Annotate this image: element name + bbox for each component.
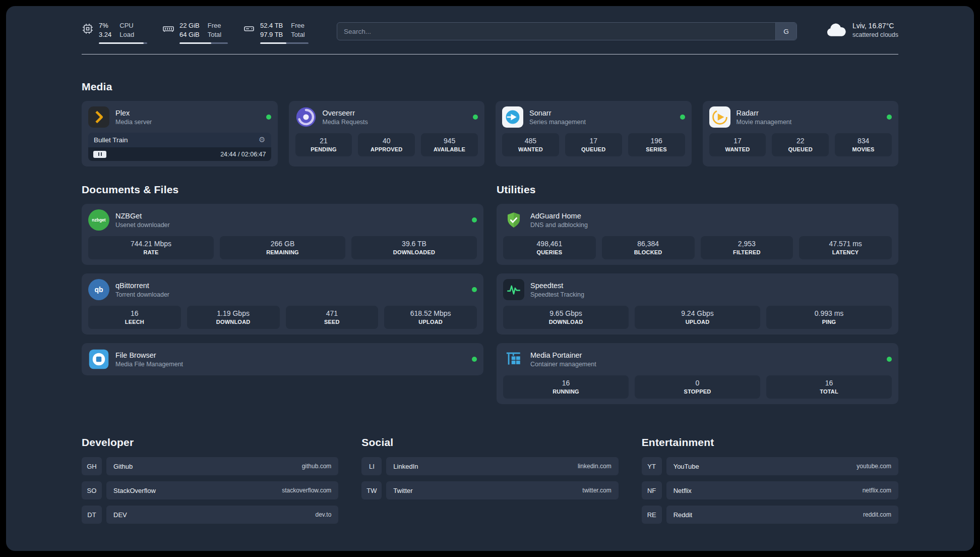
stat-value: 266 GB xyxy=(223,240,342,248)
adguard-icon xyxy=(503,209,524,231)
stat-tile: 9.24 Gbps UPLOAD xyxy=(635,306,760,329)
utilities-section: Utilities AdGuard Home DNS and adblockin… xyxy=(497,184,898,404)
stat-label: SEED xyxy=(289,319,376,325)
stat-value: 17 xyxy=(568,137,619,145)
stat-tile: 22 QUEUED xyxy=(772,133,829,156)
bookmark-youtube[interactable]: YouTube youtube.com xyxy=(666,457,898,475)
stat-tile: 16 TOTAL xyxy=(766,375,892,399)
player-progress-bar[interactable]: 24:44 / 02:06:47 xyxy=(88,147,271,161)
stat-value: 21 xyxy=(298,137,349,145)
overseerr-card[interactable]: Overseerr Media Requests 21 PENDING 40 A… xyxy=(289,101,485,166)
bookmark-stackoverflow[interactable]: StackOverflow stackoverflow.com xyxy=(106,481,338,499)
bookmark-row: DT DEV dev.to xyxy=(82,506,338,524)
stat-label: DOWNLOAD xyxy=(506,319,626,325)
bookmark-github[interactable]: Github github.com xyxy=(106,457,338,475)
bookmark-linkedin[interactable]: LinkedIn linkedin.com xyxy=(386,457,618,475)
qbittorrent-card[interactable]: qb qBittorrent Torrent downloader 16 LEE… xyxy=(82,273,483,335)
app-name: Speedtest xyxy=(530,282,584,290)
stat-value: 196 xyxy=(631,137,682,145)
cpu-metric: 7% 3.24 CPU Load xyxy=(82,21,147,44)
status-dot xyxy=(472,217,477,222)
stat-label: QUERIES xyxy=(506,249,593,255)
bookmark-abbr: NF xyxy=(642,481,662,499)
stat-tile: 498,461 QUERIES xyxy=(503,236,596,259)
bookmark-abbr: LI xyxy=(361,457,382,475)
section-title-documents: Documents & Files xyxy=(82,184,483,196)
bookmark-name: Netflix xyxy=(673,487,692,494)
topbar: 7% 3.24 CPU Load xyxy=(82,21,898,44)
plex-card[interactable]: Plex Media server Bullet Train ⚙ 24:44 /… xyxy=(82,101,278,166)
disk-free-value: 52.4 TB xyxy=(260,21,283,30)
stat-label: FILTERED xyxy=(704,249,790,255)
stat-label: AVAILABLE xyxy=(424,146,475,152)
social-section: Social LI LinkedIn linkedin.com TW Twitt… xyxy=(361,436,618,524)
filebrowser-card[interactable]: File Browser Media File Management xyxy=(82,343,483,375)
plex-player: Bullet Train ⚙ 24:44 / 02:06:47 xyxy=(88,133,271,161)
player-settings-gear-icon[interactable]: ⚙ xyxy=(259,136,265,144)
stat-value: 16 xyxy=(91,309,178,317)
stat-label: WANTED xyxy=(712,146,763,152)
stat-label: DOWNLOADED xyxy=(354,249,474,255)
sonarr-card[interactable]: Sonarr Series management 485 WANTED 17 Q… xyxy=(496,101,692,166)
player-time: 24:44 / 02:06:47 xyxy=(220,151,266,158)
stat-tile: 485 WANTED xyxy=(502,133,559,156)
stat-label: QUEUED xyxy=(775,146,826,152)
cpu-percent: 7% xyxy=(99,21,111,30)
ram-meter xyxy=(179,42,228,44)
bookmark-row: SO StackOverflow stackoverflow.com xyxy=(82,481,338,499)
disk-meter xyxy=(260,42,309,44)
app-desc: Container management xyxy=(530,361,596,368)
bookmark-name: Twitter xyxy=(393,487,412,494)
ram-metric: 22 GiB 64 GiB Free Total xyxy=(162,21,228,44)
nzbget-card[interactable]: nzbget NZBGet Usenet downloader 744.21 M… xyxy=(82,204,483,265)
stat-label: APPROVED xyxy=(361,146,412,152)
bookmark-url: netflix.com xyxy=(863,487,891,494)
weather-location: Lviv, 16.87°C xyxy=(852,21,898,31)
stat-tile: 9.65 Gbps DOWNLOAD xyxy=(503,306,629,329)
stat-label: RUNNING xyxy=(506,388,626,395)
stat-tile: 471 SEED xyxy=(286,306,379,329)
stat-tile: 196 SERIES xyxy=(628,133,685,156)
overseerr-icon xyxy=(295,106,317,128)
search-input[interactable] xyxy=(337,23,775,40)
app-desc: Speedtest Tracking xyxy=(530,291,584,298)
app-name: File Browser xyxy=(115,351,183,359)
speedtest-icon xyxy=(503,279,524,300)
bookmark-twitter[interactable]: Twitter twitter.com xyxy=(386,481,618,499)
search-engine-button[interactable]: G xyxy=(775,23,797,40)
speedtest-card[interactable]: Speedtest Speedtest Tracking 9.65 Gbps D… xyxy=(497,273,898,335)
radarr-card[interactable]: Radarr Movie management 17 WANTED 22 QUE… xyxy=(703,101,899,166)
stat-value: 834 xyxy=(838,137,889,145)
stat-tile: 17 QUEUED xyxy=(565,133,622,156)
app-name: Overseerr xyxy=(323,109,368,117)
ram-total-value: 64 GiB xyxy=(179,30,200,39)
qbittorrent-icon: qb xyxy=(88,279,109,300)
bookmark-abbr: TW xyxy=(361,481,382,499)
stat-value: 47.571 ms xyxy=(802,240,889,248)
pause-button[interactable] xyxy=(93,151,106,158)
bookmark-dev[interactable]: DEV dev.to xyxy=(106,506,338,524)
radarr-icon xyxy=(709,106,730,128)
filebrowser-icon xyxy=(88,349,109,370)
bookmark-abbr: SO xyxy=(82,481,102,499)
stat-tile: 17 WANTED xyxy=(709,133,766,156)
app-desc: Movie management xyxy=(737,119,792,126)
search-bar: G xyxy=(337,22,797,40)
media-section: Media Plex Media server Bullet Train xyxy=(82,81,898,166)
bookmark-name: Reddit xyxy=(673,511,693,519)
stat-tile: 945 AVAILABLE xyxy=(421,133,478,156)
adguard-card[interactable]: AdGuard Home DNS and adblocking 498,461 … xyxy=(497,204,898,265)
weather-widget[interactable]: Lviv, 16.87°C scattered clouds xyxy=(825,21,898,39)
bookmark-url: dev.to xyxy=(316,511,332,518)
bookmark-reddit[interactable]: Reddit reddit.com xyxy=(666,506,898,524)
stat-value: 485 xyxy=(505,137,556,145)
stat-value: 945 xyxy=(424,137,475,145)
stat-tile: 16 RUNNING xyxy=(503,375,629,399)
section-title-social: Social xyxy=(361,436,618,449)
app-desc: Series management xyxy=(529,119,586,126)
portainer-card[interactable]: Media Portainer Container management 16 … xyxy=(497,343,898,404)
qbittorrent-icon-text: qb xyxy=(94,286,103,294)
app-name: NZBGet xyxy=(115,212,170,220)
bookmark-netflix[interactable]: Netflix netflix.com xyxy=(666,481,898,499)
stat-value: 0.993 ms xyxy=(769,309,889,317)
